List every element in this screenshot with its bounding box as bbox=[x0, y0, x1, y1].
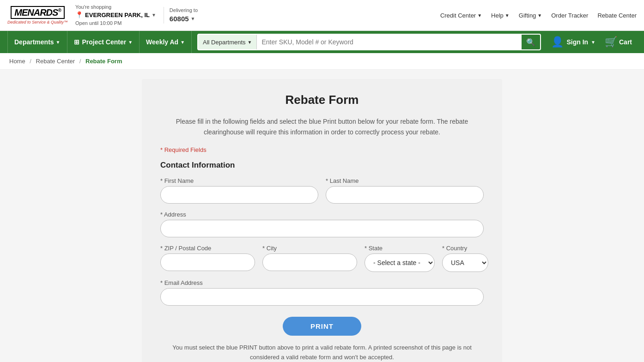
search-dept-chevron-icon: ▼ bbox=[248, 40, 252, 45]
last-name-input[interactable] bbox=[326, 186, 484, 204]
breadcrumb-current: Rebate Form bbox=[85, 58, 122, 65]
state-label: * State bbox=[365, 245, 435, 252]
city-label: * City bbox=[262, 245, 357, 252]
location-row: * ZIP / Postal Code * City * State - Sel… bbox=[160, 245, 484, 272]
country-label: * Country bbox=[442, 245, 488, 252]
search-icon: 🔍 bbox=[526, 38, 535, 47]
form-description: Please fill in the following fields and … bbox=[160, 116, 484, 137]
address-row: * Address bbox=[160, 211, 484, 237]
top-right-links: Credit Center ▼ Help ▼ Gifting ▼ Order T… bbox=[440, 12, 637, 19]
departments-nav[interactable]: Departments ▼ bbox=[7, 31, 67, 53]
cart-label: Cart bbox=[619, 38, 632, 46]
search-button[interactable]: 🔍 bbox=[522, 35, 540, 49]
country-select[interactable]: USA Canada bbox=[442, 253, 488, 272]
first-name-label: * First Name bbox=[160, 177, 318, 184]
departments-label: Departments bbox=[14, 38, 54, 46]
contact-info-title: Contact Information bbox=[160, 161, 484, 170]
user-icon: 👤 bbox=[551, 36, 564, 48]
zip-label: * ZIP / Postal Code bbox=[160, 245, 255, 252]
state-select[interactable]: - Select a state - Alabama Alaska Arizon… bbox=[365, 253, 435, 272]
project-center-nav[interactable]: ⊞ Project Center ▼ bbox=[67, 31, 140, 53]
gifting-chevron-icon: ▼ bbox=[537, 13, 542, 18]
cart-section[interactable]: 🛒 Cart bbox=[600, 36, 637, 48]
breadcrumb-separator-1: / bbox=[30, 58, 31, 65]
state-group: * State - Select a state - Alabama Alask… bbox=[365, 245, 435, 272]
last-name-group: * Last Name bbox=[326, 177, 484, 204]
cart-icon: 🛒 bbox=[605, 36, 617, 48]
credit-chevron-icon: ▼ bbox=[477, 13, 482, 18]
project-center-chevron-icon: ▼ bbox=[128, 40, 133, 45]
project-center-label: Project Center bbox=[82, 38, 127, 46]
email-input[interactable] bbox=[160, 288, 484, 306]
name-row: * First Name * Last Name bbox=[160, 177, 484, 204]
logo-text: MENARDS® bbox=[11, 6, 65, 19]
weekly-ad-label: Weekly Ad bbox=[146, 38, 178, 46]
search-department-selector[interactable]: All Departments ▼ bbox=[198, 35, 257, 49]
address-group: * Address bbox=[160, 211, 484, 237]
zip-chevron-icon: ▼ bbox=[191, 16, 195, 22]
rebate-center-top-link[interactable]: Rebate Center bbox=[597, 12, 637, 19]
zip-group: * ZIP / Postal Code bbox=[160, 245, 255, 272]
print-note: You must select the blue PRINT button ab… bbox=[160, 343, 484, 362]
search-dept-label: All Departments bbox=[203, 39, 245, 46]
first-name-input[interactable] bbox=[160, 186, 318, 204]
required-note: * Required Fields bbox=[160, 146, 484, 153]
project-center-icon: ⊞ bbox=[74, 38, 79, 46]
breadcrumb-home[interactable]: Home bbox=[9, 58, 25, 65]
nav-bar: Departments ▼ ⊞ Project Center ▼ Weekly … bbox=[0, 31, 644, 53]
help-link[interactable]: Help ▼ bbox=[491, 12, 510, 19]
delivery-info: Delivering to 60805 ▼ bbox=[164, 7, 198, 24]
rebate-form-container: Rebate Form Please fill in the following… bbox=[142, 79, 502, 362]
sign-in-label: Sign In bbox=[566, 38, 588, 46]
user-chevron-icon: ▼ bbox=[591, 40, 595, 45]
shopping-label: You're shopping bbox=[75, 4, 156, 11]
departments-chevron-icon: ▼ bbox=[56, 40, 61, 45]
first-name-group: * First Name bbox=[160, 177, 318, 204]
address-label: * Address bbox=[160, 211, 484, 218]
store-name-text: EVERGREEN PARK, IL bbox=[85, 11, 150, 19]
logo[interactable]: MENARDS® Dedicated to Service & Quality™ bbox=[7, 6, 68, 24]
sign-in-section[interactable]: 👤 Sign In ▼ bbox=[547, 36, 600, 48]
weekly-ad-chevron-icon: ▼ bbox=[180, 40, 185, 45]
address-input[interactable] bbox=[160, 220, 484, 237]
weekly-ad-nav[interactable]: Weekly Ad ▼ bbox=[140, 31, 192, 53]
search-area: All Departments ▼ 🔍 bbox=[197, 34, 541, 50]
country-group: * Country USA Canada bbox=[442, 245, 488, 272]
last-name-label: * Last Name bbox=[326, 177, 484, 184]
form-title: Rebate Form bbox=[160, 93, 484, 107]
breadcrumb: Home / Rebate Center / Rebate Form bbox=[0, 53, 644, 70]
breadcrumb-rebate-center[interactable]: Rebate Center bbox=[36, 58, 75, 65]
delivery-zip[interactable]: 60805 ▼ bbox=[170, 14, 198, 24]
credit-center-link[interactable]: Credit Center ▼ bbox=[440, 12, 482, 19]
breadcrumb-separator-2: / bbox=[79, 58, 81, 65]
store-location[interactable]: 📍 EVERGREEN PARK, IL ▼ bbox=[75, 11, 156, 20]
location-pin-icon: 📍 bbox=[75, 11, 83, 20]
order-tracker-link[interactable]: Order Tracker bbox=[551, 12, 588, 19]
logo-tagline: Dedicated to Service & Quality™ bbox=[7, 20, 68, 24]
search-input[interactable] bbox=[257, 38, 522, 46]
zip-input[interactable] bbox=[160, 253, 255, 271]
store-chevron-icon: ▼ bbox=[152, 12, 156, 18]
email-group: * Email Address bbox=[160, 279, 484, 306]
email-row: * Email Address bbox=[160, 279, 484, 306]
print-button[interactable]: PRINT bbox=[283, 317, 361, 336]
city-group: * City bbox=[262, 245, 357, 272]
help-chevron-icon: ▼ bbox=[505, 13, 510, 18]
city-input[interactable] bbox=[262, 253, 357, 271]
email-label: * Email Address bbox=[160, 279, 484, 286]
store-info: You're shopping 📍 EVERGREEN PARK, IL ▼ O… bbox=[75, 4, 156, 27]
store-hours: Open until 10:00 PM bbox=[75, 20, 156, 27]
top-bar: MENARDS® Dedicated to Service & Quality™… bbox=[0, 0, 644, 31]
delivery-label: Delivering to bbox=[170, 7, 198, 14]
gifting-link[interactable]: Gifting ▼ bbox=[519, 12, 542, 19]
zip-value: 60805 bbox=[170, 14, 189, 24]
